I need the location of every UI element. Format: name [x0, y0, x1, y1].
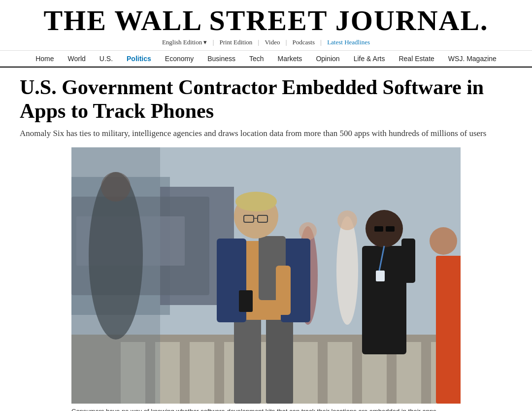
separator-2: |: [256, 38, 261, 46]
nav-wsj-magazine[interactable]: WSJ. Magazine: [441, 54, 503, 64]
site-header: THE WALL STREET JOURNAL. English Edition…: [0, 0, 532, 68]
latest-headlines-link[interactable]: Latest Headlines: [323, 38, 374, 46]
nav-tech[interactable]: Tech: [242, 54, 271, 64]
nav-world[interactable]: World: [61, 54, 92, 64]
svg-point-45: [430, 227, 457, 255]
article-image: [71, 147, 461, 404]
nav-bar: Home World U.S. Politics Economy Busines…: [0, 50, 532, 67]
svg-point-20: [336, 216, 358, 325]
separator-4: |: [319, 38, 323, 46]
image-caption: Consumers have no way of knowing whether…: [71, 407, 461, 411]
nav-politics[interactable]: Politics: [120, 54, 158, 64]
nav-opinion[interactable]: Opinion: [309, 54, 346, 64]
edition-bar: English Edition ▾ | Print Edition | Vide…: [0, 38, 532, 46]
svg-rect-37: [362, 246, 406, 354]
nav-real-estate[interactable]: Real Estate: [392, 54, 441, 64]
article-headline: U.S. Government Contractor Embedded Soft…: [20, 75, 512, 123]
svg-point-31: [235, 192, 277, 211]
svg-rect-24: [234, 310, 261, 404]
nav-markets[interactable]: Markets: [271, 54, 309, 64]
svg-rect-35: [239, 290, 253, 312]
nav-life-arts[interactable]: Life & Arts: [347, 54, 392, 64]
svg-point-21: [337, 210, 357, 230]
svg-rect-39: [374, 226, 383, 232]
svg-point-19: [299, 222, 317, 240]
article-subhead: Anomaly Six has ties to military, intell…: [20, 128, 512, 139]
article-content: U.S. Government Contractor Embedded Soft…: [0, 68, 532, 411]
svg-rect-11: [293, 342, 318, 404]
masthead: THE WALL STREET JOURNAL.: [0, 5, 532, 36]
svg-rect-46: [71, 147, 160, 404]
english-edition[interactable]: English Edition ▾: [158, 38, 211, 46]
video-link[interactable]: Video: [261, 38, 284, 46]
svg-rect-12: [328, 342, 352, 404]
svg-rect-8: [190, 342, 214, 404]
separator-3: |: [284, 38, 288, 46]
nav-business[interactable]: Business: [200, 54, 242, 64]
svg-rect-42: [376, 271, 385, 281]
svg-rect-40: [386, 226, 395, 232]
print-edition[interactable]: Print Edition: [215, 38, 256, 46]
nav-economy[interactable]: Economy: [158, 54, 200, 64]
article-image-container: Consumers have no way of knowing whether…: [71, 147, 461, 411]
svg-rect-25: [266, 310, 293, 404]
svg-rect-36: [276, 266, 291, 315]
nav-home[interactable]: Home: [29, 54, 61, 64]
svg-rect-44: [436, 256, 461, 404]
separator-1: |: [211, 38, 215, 46]
podcasts-link[interactable]: Podcasts: [289, 38, 319, 46]
nav-us[interactable]: U.S.: [93, 54, 120, 64]
svg-point-38: [366, 210, 403, 247]
svg-rect-43: [401, 239, 415, 283]
